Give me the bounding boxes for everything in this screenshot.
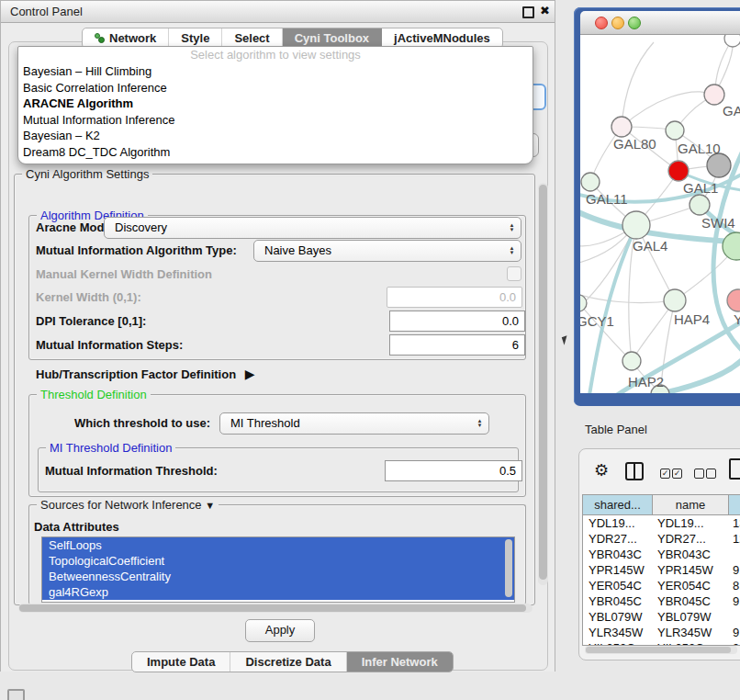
kernel-width-label: Kernel Width (0,1): bbox=[36, 290, 141, 304]
algorithm-option[interactable]: Mutual Information Inference bbox=[18, 112, 533, 129]
network-node[interactable] bbox=[664, 289, 686, 311]
table-cell: YER054C bbox=[583, 578, 652, 593]
algorithm-option[interactable]: Bayesian – K2 bbox=[18, 128, 533, 144]
tab-network[interactable]: Network bbox=[83, 28, 169, 48]
network-node[interactable] bbox=[727, 289, 740, 311]
table-cell: YDL19... bbox=[652, 515, 727, 531]
table-panel-title: Table Panel bbox=[585, 423, 647, 436]
tab-jactivemnodules[interactable]: jActiveMNodules bbox=[382, 28, 502, 48]
checked-checkbox-icon[interactable]: ✓ bbox=[672, 469, 682, 479]
checked-checkbox-icon[interactable]: ✓ bbox=[660, 469, 670, 479]
table-cell bbox=[727, 609, 740, 625]
tab-select[interactable]: Select bbox=[222, 28, 282, 48]
settings-vertical-scrollbar[interactable] bbox=[538, 183, 548, 585]
mi-type-combo[interactable]: Naive Bayes ▲▼ bbox=[253, 240, 521, 262]
network-view-window: GALGAL80GAL10GAL1GAL11SWI4GAL4HAP4YGCY1H… bbox=[574, 7, 740, 406]
network-node[interactable] bbox=[666, 121, 684, 140]
network-node[interactable] bbox=[704, 85, 724, 105]
table-cell: YBR045C bbox=[583, 593, 652, 609]
column-header[interactable]: shared... bbox=[583, 495, 653, 514]
network-node[interactable] bbox=[581, 173, 600, 191]
node-label: SWI4 bbox=[701, 215, 735, 231]
corner-widget-icon[interactable] bbox=[7, 689, 25, 700]
hub-definition-label: Hub/Transcription Factor Definition bbox=[36, 367, 236, 381]
algorithm-option[interactable]: ARACNE Algorithm bbox=[18, 96, 533, 112]
mi-steps-label: Mutual Information Steps: bbox=[36, 338, 183, 352]
table-cell: YBL079W bbox=[583, 609, 652, 625]
network-node[interactable] bbox=[622, 352, 641, 370]
table-row[interactable]: YPR145WYPR145W9. bbox=[583, 562, 740, 578]
hub-definition-expander[interactable]: Hub/Transcription Factor Definition ▶ bbox=[36, 367, 255, 381]
node-label: GAL10 bbox=[678, 141, 721, 156]
table-row[interactable]: YER054CYER054C8. bbox=[583, 578, 740, 593]
attribute-item[interactable]: gal4RGexp bbox=[42, 584, 514, 600]
mi-threshold-label: Mutual Information Threshold: bbox=[45, 464, 218, 478]
table-row[interactable]: YBR043CYBR043C bbox=[583, 547, 740, 562]
tab-infer-network[interactable]: Infer Network bbox=[347, 652, 453, 672]
aracne-mode-value: Discovery bbox=[115, 218, 167, 238]
attribute-item[interactable]: TopologicalCoefficient bbox=[42, 553, 514, 569]
tab-discretize-data[interactable]: Discretize Data bbox=[230, 652, 346, 672]
tab-impute-data[interactable]: Impute Data bbox=[132, 652, 230, 672]
mi-threshold-field[interactable]: 0.5 bbox=[385, 460, 522, 481]
attribute-list-scrollbar[interactable] bbox=[505, 539, 512, 597]
table-row[interactable]: YLR345WYLR345W9. bbox=[583, 625, 740, 640]
table-row[interactable]: YDR27...YDR27...12 bbox=[583, 531, 740, 547]
algorithm-option[interactable]: Dream8 DC_TDC Algorithm bbox=[18, 144, 533, 161]
float-icon[interactable] bbox=[522, 6, 534, 18]
tab-label: Cyni Toolbox bbox=[295, 28, 369, 48]
network-canvas[interactable]: GALGAL80GAL10GAL1GAL11SWI4GAL4HAP4YGCY1H… bbox=[580, 35, 740, 393]
network-node[interactable] bbox=[690, 195, 710, 215]
attribute-item[interactable]: BetweennessCentrality bbox=[42, 569, 514, 584]
table-cell: YBR043C bbox=[652, 547, 727, 562]
close-traffic-light-icon[interactable] bbox=[595, 17, 608, 29]
close-icon[interactable]: ✖ bbox=[540, 4, 550, 17]
which-threshold-value: MI Threshold bbox=[230, 413, 300, 434]
table-cell: 8. bbox=[727, 578, 740, 593]
apply-button[interactable]: Apply bbox=[245, 619, 315, 642]
algorithm-option[interactable]: Basic Correlation Inference bbox=[18, 80, 533, 96]
node-table[interactable]: shared...nameA YDL19...YDL19...13YDR27..… bbox=[582, 494, 740, 646]
control-panel-title: Control Panel bbox=[10, 5, 83, 18]
attribute-item[interactable]: SelfLoops bbox=[42, 537, 514, 553]
network-node[interactable] bbox=[707, 153, 731, 177]
expander-down-arrow-icon: ▼ bbox=[205, 500, 215, 511]
unchecked-checkbox-icon[interactable] bbox=[706, 469, 716, 479]
tab-style[interactable]: Style bbox=[169, 28, 222, 48]
node-label: HAP2 bbox=[628, 374, 664, 390]
minimize-traffic-light-icon[interactable] bbox=[611, 17, 624, 29]
document-icon[interactable] bbox=[729, 458, 740, 480]
network-node[interactable] bbox=[723, 232, 740, 260]
manual-kernel-checkbox[interactable] bbox=[507, 266, 521, 281]
dpi-tolerance-field[interactable]: 0.0 bbox=[389, 310, 525, 332]
tab-cyni-toolbox[interactable]: Cyni Toolbox bbox=[283, 28, 382, 48]
table-row[interactable]: YBR045CYBR045C9. bbox=[583, 593, 740, 609]
tab-label: jActiveMNodules bbox=[394, 28, 490, 48]
data-attributes-list[interactable]: SelfLoopsTopologicalCoefficientBetweenne… bbox=[41, 536, 515, 603]
table-row[interactable]: YBL079WYBL079W bbox=[583, 609, 740, 625]
network-node[interactable] bbox=[724, 35, 740, 47]
node-label: GAL4 bbox=[633, 238, 667, 254]
unchecked-checkbox-icon[interactable] bbox=[694, 469, 704, 479]
network-node[interactable] bbox=[668, 161, 689, 181]
aracne-mode-combo[interactable]: Discovery ▲▼ bbox=[104, 217, 521, 239]
zoom-traffic-light-icon[interactable] bbox=[628, 17, 641, 29]
mi-steps-field[interactable]: 6 bbox=[389, 334, 525, 356]
column-header[interactable]: A bbox=[729, 495, 740, 514]
table-horizontal-scrollbar[interactable] bbox=[585, 646, 737, 654]
network-tab-icon bbox=[95, 33, 105, 43]
columns-icon[interactable] bbox=[625, 462, 644, 480]
network-node[interactable] bbox=[622, 211, 650, 239]
which-threshold-label: Which threshold to use: bbox=[74, 416, 210, 430]
table-rows: YDL19...YDL19...13YDR27...YDR27...12YBR0… bbox=[583, 515, 740, 646]
manual-kernel-label: Manual Kernel Width Definition bbox=[36, 267, 212, 281]
sources-group-title[interactable]: Sources for Network Inference ▼ bbox=[37, 498, 219, 513]
gear-icon[interactable]: ⚙ bbox=[594, 460, 609, 480]
algorithm-option[interactable]: Bayesian – Hill Climbing bbox=[18, 63, 533, 80]
column-header[interactable]: name bbox=[653, 495, 729, 514]
network-node[interactable] bbox=[580, 295, 587, 311]
table-row[interactable]: YDL19...YDL19...13 bbox=[583, 515, 740, 531]
which-threshold-combo[interactable]: MI Threshold ▲▼ bbox=[219, 412, 489, 435]
network-node[interactable] bbox=[611, 117, 632, 137]
settings-horizontal-scrollbar[interactable] bbox=[18, 604, 533, 613]
